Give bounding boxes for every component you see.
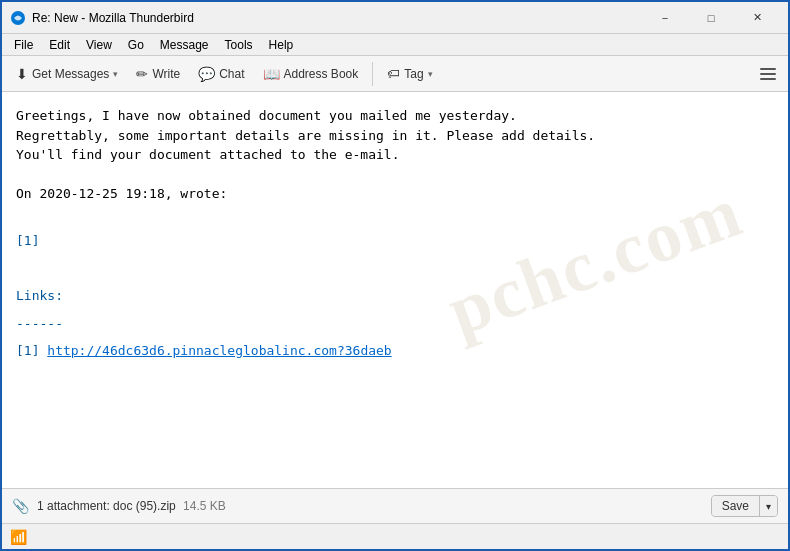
address-book-label: Address Book [284,67,359,81]
menu-help[interactable]: Help [261,36,302,54]
close-button[interactable]: ✕ [734,2,780,34]
email-body-container: Greetings, I have now obtained document … [2,92,788,497]
attachment-bar: 📎 1 attachment: doc (95).zip 14.5 KB Sav… [2,488,788,523]
body-on-line: On 2020-12-25 19:18, wrote: [16,184,774,204]
save-button[interactable]: Save [712,496,760,516]
menu-message[interactable]: Message [152,36,217,54]
chat-button[interactable]: 💬 Chat [190,62,252,86]
body-link-url[interactable]: http://46dc63d6.pinnacleglobalinc.com?36… [47,343,391,358]
address-book-icon: 📖 [263,66,280,82]
body-line-1: Greetings, I have now obtained document … [16,106,774,126]
window-title: Re: New - Mozilla Thunderbird [32,11,642,25]
write-button[interactable]: ✏ Write [128,62,188,86]
maximize-button[interactable]: □ [688,2,734,34]
attachment-count: 1 attachment: doc (95).zip [37,499,176,513]
body-link-line: [1] http://46dc63d6.pinnacleglobalinc.co… [16,341,774,361]
hamburger-line-2 [760,73,776,75]
get-messages-dropdown-icon[interactable]: ▾ [113,69,118,79]
menu-go[interactable]: Go [120,36,152,54]
write-icon: ✏ [136,66,148,82]
body-quoted-ref: [1] [16,231,774,251]
hamburger-menu-button[interactable] [754,60,782,88]
status-bar: 📶 [2,523,788,549]
toolbar: ⬇ Get Messages ▾ ✏ Write 💬 Chat 📖 Addres… [2,56,788,92]
tag-dropdown-icon[interactable]: ▾ [428,69,433,79]
attachment-text: 1 attachment: doc (95).zip 14.5 KB [37,499,703,513]
menu-tools[interactable]: Tools [217,36,261,54]
body-line-3: You'll find your document attached to th… [16,145,774,165]
menu-file[interactable]: File [6,36,41,54]
write-label: Write [152,67,180,81]
attachment-size: 14.5 KB [183,499,226,513]
get-messages-icon: ⬇ [16,66,28,82]
title-bar: Re: New - Mozilla Thunderbird − □ ✕ [2,2,788,34]
hamburger-line-1 [760,68,776,70]
save-dropdown-button[interactable]: ▾ [760,496,777,516]
get-messages-label: Get Messages [32,67,109,81]
hamburger-line-3 [760,78,776,80]
minimize-button[interactable]: − [642,2,688,34]
email-body: Greetings, I have now obtained document … [2,92,788,375]
tag-icon: 🏷 [387,66,400,81]
body-link-ref: [1] [16,343,39,358]
address-book-button[interactable]: 📖 Address Book [255,62,367,86]
wireless-icon: 📶 [10,529,27,545]
attachment-icon: 📎 [12,498,29,514]
chat-label: Chat [219,67,244,81]
toolbar-separator [372,62,373,86]
tag-label: Tag [404,67,423,81]
app-icon [10,10,26,26]
save-button-group: Save ▾ [711,495,778,517]
body-separator: ------ [16,314,774,334]
tag-button[interactable]: 🏷 Tag ▾ [379,62,440,85]
window-controls: − □ ✕ [642,2,780,34]
menu-bar: File Edit View Go Message Tools Help [2,34,788,56]
body-line-2: Regrettably, some important details are … [16,126,774,146]
get-messages-button[interactable]: ⬇ Get Messages ▾ [8,62,126,86]
body-links-label: Links: [16,286,774,306]
chat-icon: 💬 [198,66,215,82]
menu-edit[interactable]: Edit [41,36,78,54]
menu-view[interactable]: View [78,36,120,54]
